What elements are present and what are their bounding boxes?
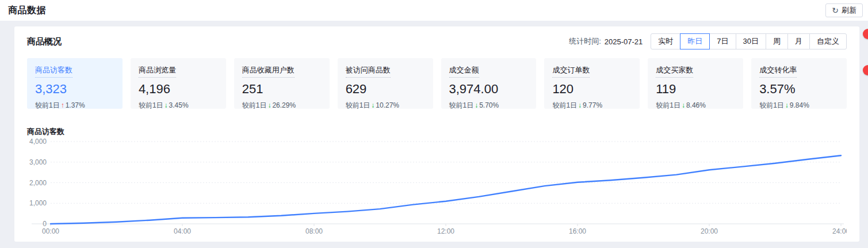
refresh-label: 刷新 (842, 5, 856, 16)
time-filter-7d[interactable]: 7日 (709, 33, 736, 49)
stats-time-label: 统计时间: (569, 36, 601, 47)
content-area: 商品概况 统计时间: 2025-07-21 实时昨日7日30日周月自定义 商品访… (0, 21, 868, 248)
svg-text:1,000: 1,000 (29, 199, 47, 207)
metric-value: 3.57% (759, 82, 839, 97)
metric-card[interactable]: 成交转化率3.57%较前1日↓9.84% (751, 58, 847, 109)
svg-text:20:00: 20:00 (701, 227, 718, 235)
title-bar: 商品数据 ↻ 刷新 (0, 0, 868, 21)
svg-text:4,000: 4,000 (29, 138, 47, 146)
stats-date: 2025-07-21 (605, 37, 643, 46)
metric-value: 3,323 (35, 82, 114, 97)
metric-value: 251 (242, 82, 322, 97)
metric-change: 较前1日↓5.70% (449, 101, 529, 110)
svg-text:08:00: 08:00 (305, 227, 323, 235)
metric-label: 成交金额 (449, 65, 479, 78)
metric-value: 3,974.00 (449, 82, 529, 97)
arrow-up-icon: ↑ (61, 101, 64, 109)
time-filter-group: 实时昨日7日30日周月自定义 (651, 33, 847, 49)
page-title: 商品数据 (8, 5, 46, 17)
metric-change: 较前1日↓26.29% (242, 101, 322, 110)
svg-text:0: 0 (43, 220, 47, 228)
time-filter-realtime[interactable]: 实时 (651, 33, 680, 49)
panel-header: 商品概况 统计时间: 2025-07-21 实时昨日7日30日周月自定义 (27, 33, 847, 49)
metric-label: 商品访客数 (35, 65, 72, 78)
time-filter-custom[interactable]: 自定义 (809, 33, 847, 49)
metric-cards-row: 商品访客数3,323较前1日↑1.37%商品浏览量4,196较前1日↓3.45%… (27, 58, 847, 109)
arrow-down-icon: ↓ (371, 101, 374, 109)
metric-card[interactable]: 成交金额3,974.00较前1日↓5.70% (441, 58, 537, 109)
metric-card[interactable]: 商品浏览量4,196较前1日↓3.45% (131, 58, 226, 109)
metric-value: 119 (656, 82, 735, 97)
arrow-down-icon: ↓ (475, 101, 478, 109)
stats-time-bar: 统计时间: 2025-07-21 实时昨日7日30日周月自定义 (569, 33, 847, 49)
metric-change: 较前1日↓9.77% (552, 101, 632, 110)
metric-label: 成交买家数 (656, 65, 693, 78)
metric-card[interactable]: 商品访客数3,323较前1日↑1.37% (27, 58, 123, 109)
arrow-down-icon: ↓ (682, 101, 685, 109)
metric-change: 较前1日↑1.37% (35, 101, 114, 110)
metric-change: 较前1日↓10.27% (346, 101, 425, 110)
svg-text:12:00: 12:00 (437, 227, 454, 235)
metric-value: 4,196 (139, 82, 218, 97)
metric-card[interactable]: 成交买家数119较前1日↓8.46% (648, 58, 743, 109)
arrow-down-icon: ↓ (165, 101, 168, 109)
arrow-down-icon: ↓ (578, 101, 582, 109)
metric-change: 较前1日↓8.46% (656, 101, 735, 110)
time-filter-30d[interactable]: 30日 (736, 33, 766, 49)
section-title: 商品概况 (27, 36, 62, 47)
time-filter-week[interactable]: 周 (766, 33, 788, 49)
svg-text:24:00: 24:00 (832, 227, 847, 235)
time-filter-yesterday[interactable]: 昨日 (680, 33, 710, 49)
svg-text:2,000: 2,000 (29, 179, 47, 187)
arrow-down-icon: ↓ (267, 101, 271, 109)
metric-label: 商品浏览量 (139, 65, 176, 78)
svg-text:16:00: 16:00 (569, 227, 586, 235)
arrow-down-icon: ↓ (785, 101, 789, 109)
metric-label: 商品收藏用户数 (242, 65, 295, 78)
metric-change: 较前1日↓9.84% (759, 101, 839, 110)
metric-label: 成交转化率 (759, 65, 797, 78)
chart-title: 商品访客数 (27, 127, 847, 136)
visitors-line-chart: 01,0002,0003,0004,00000:0004:0008:0012:0… (27, 137, 847, 238)
metric-card[interactable]: 成交订单数120较前1日↓9.77% (544, 58, 640, 109)
metric-value: 120 (552, 82, 632, 97)
svg-text:3,000: 3,000 (29, 158, 47, 166)
svg-text:00:00: 00:00 (42, 227, 59, 235)
refresh-button[interactable]: ↻ 刷新 (825, 3, 863, 17)
svg-text:04:00: 04:00 (174, 227, 191, 235)
metric-change: 较前1日↓3.45% (139, 101, 218, 110)
refresh-icon: ↻ (832, 6, 839, 14)
metric-label: 被访问商品数 (346, 65, 391, 78)
chart-line (51, 155, 841, 224)
metric-card[interactable]: 被访问商品数629较前1日↓10.27% (338, 58, 433, 109)
product-overview-panel: 商品概况 统计时间: 2025-07-21 实时昨日7日30日周月自定义 商品访… (14, 26, 859, 242)
time-filter-month[interactable]: 月 (787, 33, 810, 49)
metric-card[interactable]: 商品收藏用户数251较前1日↓26.29% (234, 58, 330, 109)
metric-value: 629 (346, 82, 425, 97)
metric-label: 成交订单数 (552, 65, 590, 78)
